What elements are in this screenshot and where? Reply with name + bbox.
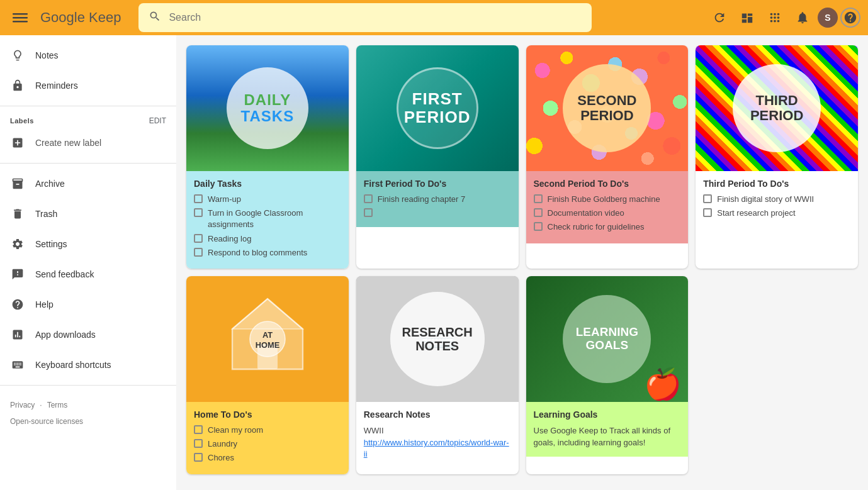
research-notes-title: Research Notes [364,409,511,420]
second-period-body: Second Period To Do's Finish Rube Goldbe… [526,171,689,243]
daily-tasks-title: Daily Tasks [194,179,341,189]
privacy-link[interactable]: Privacy [10,401,35,409]
labels-section-header: Labels EDIT [0,111,176,128]
checkbox[interactable] [534,194,543,203]
note-item: Start research project [703,208,850,219]
checkbox[interactable] [364,208,373,217]
checkbox[interactable] [364,194,373,203]
note-item: Turn in Google Classroom assignments [194,208,341,230]
add-label-icon [10,135,25,150]
search-bar[interactable] [138,3,592,32]
apps-button[interactable] [762,5,787,30]
trash-label: Trash [35,209,57,219]
reminders-icon [10,78,25,93]
note-item: Clean my room [194,425,341,436]
note-card-third-period[interactable]: THIRD PERIOD Third Period To Do's Finish… [696,45,858,269]
settings-icon [10,237,25,252]
sidebar-divider-1 [0,106,176,106]
labels-section-label: Labels [10,117,34,125]
sidebar-footer: Privacy · Terms Open-source licenses [0,391,176,433]
note-item: Warm-up [194,194,341,205]
sidebar-item-trash[interactable]: Trash [0,199,166,229]
research-wwii: WWII [364,425,511,437]
sidebar-item-reminders[interactable]: Reminders [0,70,166,101]
search-input[interactable] [169,12,582,23]
checkbox[interactable] [194,453,203,462]
sidebar-item-feedback[interactable]: Send feedback [0,259,166,289]
sidebar-divider-3 [0,385,176,386]
terms-link[interactable]: Terms [47,401,68,409]
note-item: Respond to blog comments [194,247,341,259]
learning-goals-body: Learning Goals Use Google Keep to Track … [526,402,689,457]
app-header: Google Keep S [0,0,868,35]
note-card-research-notes[interactable]: ⌨️ RESEARCH NOTES Research Notes WWII ht… [356,276,519,474]
checkbox[interactable] [194,425,203,434]
checkbox[interactable] [194,439,203,448]
reminders-label: Reminders [35,81,78,91]
oss-link[interactable]: Open-source licenses [0,415,176,428]
note-item: Finish digital story of WWII [703,194,850,205]
svg-rect-1 [13,17,28,19]
at-home-title: Home To Do's [194,409,341,420]
checkbox[interactable] [194,234,203,243]
bulb-icon [10,48,25,63]
svg-rect-2 [13,21,28,23]
main-content: DAILY TASKS Daily Tasks Warm-up Turn in … [176,35,868,490]
third-period-title: Third Period To Do's [703,179,850,189]
layout-button[interactable] [735,5,760,30]
search-icon [149,10,161,25]
note-item: Laundry [194,438,341,450]
sidebar-item-help[interactable]: Help [0,289,166,320]
sidebar-item-app-downloads[interactable]: App downloads [0,320,166,350]
checkbox[interactable] [534,208,543,217]
account-avatar[interactable]: S [818,8,838,28]
refresh-button[interactable] [707,5,732,30]
notes-grid: DAILY TASKS Daily Tasks Warm-up Turn in … [186,45,858,474]
note-item: Check rubric for guidelines [534,221,681,233]
first-period-body: First Period To Do's Finish reading chap… [356,171,519,227]
note-card-daily-tasks[interactable]: DAILY TASKS Daily Tasks Warm-up Turn in … [186,45,349,269]
research-link[interactable]: http://www.history.com/topics/world-war-… [364,438,509,459]
sidebar-item-archive[interactable]: Archive [0,169,166,199]
note-item [364,208,511,217]
checkbox[interactable] [703,208,712,217]
note-card-second-period[interactable]: SECOND PERIOD Second Period To Do's Fini… [526,45,689,269]
note-card-first-period[interactable]: FIRST PERIOD First Period To Do's Finish… [356,45,519,269]
labels-edit-button[interactable]: EDIT [149,116,166,125]
note-item: Chores [194,452,341,464]
checkbox[interactable] [703,194,712,203]
feedback-icon [10,267,25,282]
notifications-button[interactable] [790,5,815,30]
checkbox[interactable] [194,208,203,217]
note-card-learning-goals[interactable]: 🍎 LEARNING GOALS Learning Goals Use Goog… [526,276,689,474]
app-downloads-icon [10,327,25,342]
learning-goals-text: Use Google Keep to Track all kinds of go… [534,425,681,449]
checkbox[interactable] [194,248,203,257]
menu-button[interactable] [8,5,33,30]
research-notes-body: Research Notes WWII http://www.history.c… [356,402,519,467]
checkbox[interactable] [534,222,543,231]
checkbox[interactable] [194,194,203,203]
house-svg: AT HOME [217,289,318,389]
create-label-button[interactable]: Create new label [0,128,176,158]
archive-label: Archive [35,179,65,189]
svg-rect-0 [13,13,28,15]
footer-links: Privacy · Terms [0,396,176,415]
sidebar-item-settings[interactable]: Settings [0,229,166,259]
sidebar-item-notes[interactable]: Notes [0,40,166,70]
logo-text: Google Keep [40,9,121,26]
learning-goals-title: Learning Goals [534,409,681,420]
note-item: Documentation video [534,208,681,219]
help-button[interactable] [840,8,860,28]
note-card-at-home[interactable]: AT HOME Home To Do's Clean my room Laund… [186,276,349,474]
settings-label: Settings [35,239,67,249]
keyboard-icon [10,357,25,372]
app-logo: Google Keep [40,9,121,26]
svg-text:AT: AT [262,330,273,340]
note-item: Finish reading chapter 7 [364,194,511,205]
notes-label: Notes [35,50,59,60]
help-label: Help [35,299,54,309]
note-item: Finish Rube Goldberg machine [534,194,681,205]
third-period-body: Third Period To Do's Finish digital stor… [696,171,858,229]
sidebar-item-keyboard-shortcuts[interactable]: Keyboard shortcuts [0,350,166,380]
